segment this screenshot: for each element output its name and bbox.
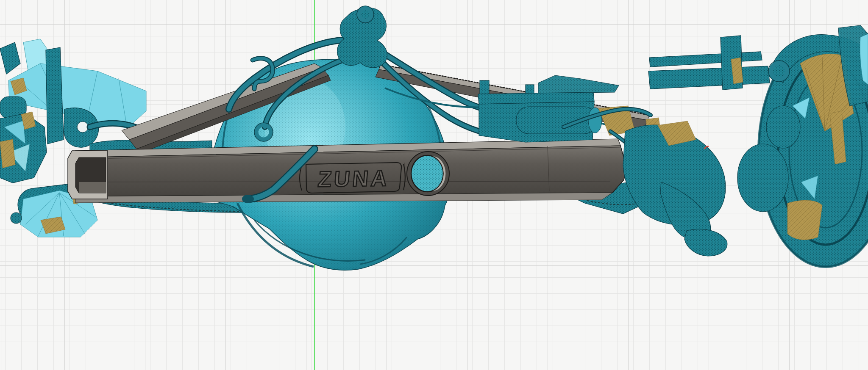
zuna-logo-text: ZUNA xyxy=(317,166,391,191)
cad-viewport[interactable]: ZUNA xyxy=(0,0,868,370)
model-canvas[interactable]: ZUNA xyxy=(0,0,868,370)
beam-end-cap-left[interactable] xyxy=(68,151,108,199)
beam-hole[interactable] xyxy=(407,152,449,196)
wheel-hub-drum-mesh[interactable] xyxy=(623,25,868,267)
